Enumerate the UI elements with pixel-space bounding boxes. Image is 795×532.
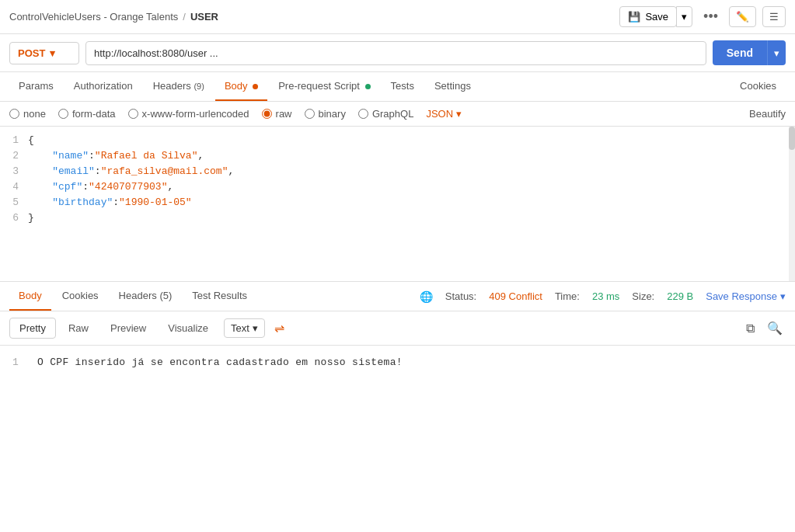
response-body: 1 O CPF inserido já se encontra cadastra… xyxy=(0,346,795,380)
code-line-3: 3 "email":"rafa_silva@mail.com", xyxy=(0,164,795,179)
tab-headers-label: Headers xyxy=(153,80,191,92)
top-bar: ControlVehicleUsers - Orange Talents / U… xyxy=(0,0,795,34)
save-response-chevron: ▾ xyxy=(780,290,786,302)
body-type-binary[interactable]: binary xyxy=(305,108,346,120)
tab-headers-badge: (9) xyxy=(194,82,204,91)
body-type-raw[interactable]: raw xyxy=(262,108,292,120)
method-dropdown-icon: ▾ xyxy=(50,47,55,59)
send-button[interactable]: Send xyxy=(713,40,767,65)
method-select[interactable]: POST ▾ xyxy=(9,42,79,64)
body-type-bar: none form-data x-www-form-urlencoded raw… xyxy=(0,102,795,127)
resp-tab-headers[interactable]: Headers (5) xyxy=(110,282,182,311)
resp-tab-test-results[interactable]: Test Results xyxy=(183,282,256,311)
pre-request-dot-indicator xyxy=(365,84,371,89)
size-label: Size: xyxy=(632,290,654,302)
text-format-label: Text xyxy=(231,322,249,334)
save-dropdown-button[interactable]: ▾ xyxy=(676,6,692,27)
globe-icon: 🌐 xyxy=(420,290,433,303)
top-bar-actions: 💾 Save ▾ ••• ✏️ ☰ xyxy=(619,5,786,28)
copy-response-button[interactable]: ⧉ xyxy=(743,320,758,337)
send-group: Send ▾ xyxy=(713,40,786,65)
tab-params[interactable]: Params xyxy=(9,72,63,101)
tab-pre-request-label: Pre-request Script xyxy=(278,80,360,92)
resp-headers-badge: (5) xyxy=(159,290,172,301)
status-label: Status: xyxy=(445,290,476,302)
url-input[interactable] xyxy=(85,41,706,65)
save-button[interactable]: 💾 Save xyxy=(619,6,677,27)
edit-icon: ✏️ xyxy=(736,11,749,23)
code-line-6: 6 } xyxy=(0,210,795,226)
breadcrumb-separator: / xyxy=(183,11,186,23)
resp-view-raw[interactable]: Raw xyxy=(59,318,98,338)
size-value: 229 B xyxy=(667,290,693,302)
resp-view-visualize[interactable]: Visualize xyxy=(159,318,218,338)
note-icon: ☰ xyxy=(769,11,779,23)
url-bar: POST ▾ Send ▾ xyxy=(0,34,795,72)
response-view-bar: Pretty Raw Preview Visualize Text ▾ ⇌ ⧉ … xyxy=(0,311,795,346)
tab-tests[interactable]: Tests xyxy=(382,72,424,101)
beautify-button[interactable]: Beautify xyxy=(749,108,786,120)
code-line-1: 1 { xyxy=(0,133,795,148)
edit-button[interactable]: ✏️ xyxy=(729,6,756,27)
tab-authorization[interactable]: Authorization xyxy=(65,72,142,101)
more-options-button[interactable]: ••• xyxy=(699,5,723,28)
json-format-chevron: ▾ xyxy=(456,108,462,120)
send-dropdown-button[interactable]: ▾ xyxy=(767,40,786,65)
search-response-button[interactable]: 🔍 xyxy=(764,319,786,337)
body-dot-indicator xyxy=(253,84,258,89)
resp-view-preview[interactable]: Preview xyxy=(101,318,155,338)
editor-scrollbar[interactable] xyxy=(789,127,795,281)
note-button[interactable]: ☰ xyxy=(762,6,786,27)
save-response-label: Save Response xyxy=(706,290,777,302)
response-text: O CPF inserido já se encontra cadastrado… xyxy=(37,355,403,370)
response-action-icons: ⧉ 🔍 xyxy=(743,319,786,337)
status-value: 409 Conflict xyxy=(489,290,542,302)
resp-view-pretty[interactable]: Pretty xyxy=(9,318,56,339)
request-body-editor[interactable]: 1 { 2 "name":"Rafael da Silva", 3 "email… xyxy=(0,127,795,282)
body-type-urlencoded[interactable]: x-www-form-urlencoded xyxy=(128,108,249,120)
tab-headers[interactable]: Headers (9) xyxy=(144,72,214,101)
save-label: Save xyxy=(645,11,668,23)
time-value: 23 ms xyxy=(592,290,619,302)
tab-body[interactable]: Body xyxy=(215,72,267,101)
resp-tab-cookies[interactable]: Cookies xyxy=(53,282,108,311)
breadcrumb-project: ControlVehicleUsers - Orange Talents xyxy=(9,11,178,23)
editor-scrollbar-thumb[interactable] xyxy=(789,127,795,150)
breadcrumb: ControlVehicleUsers - Orange Talents / U… xyxy=(9,11,218,23)
method-label: POST xyxy=(18,47,45,59)
response-line-1: 1 O CPF inserido já se encontra cadastra… xyxy=(12,355,783,370)
resp-tab-body[interactable]: Body xyxy=(9,282,51,311)
tab-body-label: Body xyxy=(225,80,248,92)
code-line-4: 4 "cpf":"42407077903", xyxy=(0,179,795,195)
text-format-chevron: ▾ xyxy=(253,322,258,334)
tab-cookies[interactable]: Cookies xyxy=(730,72,786,101)
time-label: Time: xyxy=(555,290,580,302)
code-line-2: 2 "name":"Rafael da Silva", xyxy=(0,148,795,164)
body-type-form-data[interactable]: form-data xyxy=(58,108,116,120)
request-tabs: Params Authorization Headers (9) Body Pr… xyxy=(0,72,795,102)
save-response-button[interactable]: Save Response ▾ xyxy=(706,290,786,302)
breadcrumb-current: USER xyxy=(190,11,218,23)
response-tabs: Body Cookies Headers (5) Test Results 🌐 … xyxy=(0,282,795,311)
body-type-none[interactable]: none xyxy=(9,108,46,120)
response-status-bar: 🌐 Status: 409 Conflict Time: 23 ms Size:… xyxy=(420,290,786,303)
wrap-icon[interactable]: ⇌ xyxy=(274,321,284,336)
json-format-select[interactable]: JSON ▾ xyxy=(426,108,462,120)
tab-settings[interactable]: Settings xyxy=(425,72,480,101)
resp-headers-label: Headers xyxy=(119,290,157,301)
json-format-label: JSON xyxy=(426,108,453,120)
body-type-graphql[interactable]: GraphQL xyxy=(358,108,413,120)
response-line-number: 1 xyxy=(12,355,28,370)
tab-pre-request[interactable]: Pre-request Script xyxy=(269,72,379,101)
text-format-select[interactable]: Text ▾ xyxy=(224,318,265,338)
code-line-5: 5 "birthday":"1990-01-05" xyxy=(0,195,795,210)
save-icon: 💾 xyxy=(628,11,640,23)
